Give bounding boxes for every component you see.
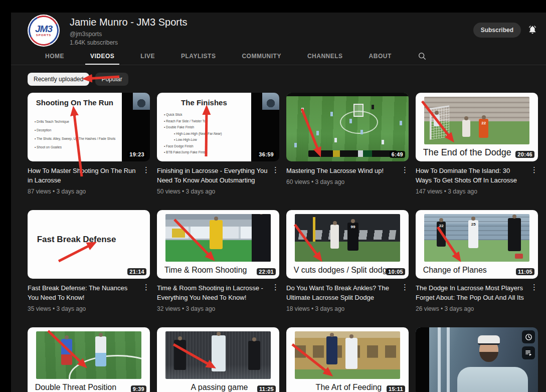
- video-thumbnail[interactable]: 6:49: [286, 93, 409, 161]
- video-cell: Fast Break Defense 21:14 Fast Break Defe…: [28, 210, 150, 312]
- video-thumbnail[interactable]: Time & Room Shooting 22:01: [157, 210, 279, 279]
- thumbnail-photo: [36, 331, 141, 379]
- logo-subtext: SPORTS: [36, 34, 52, 37]
- tab-community[interactable]: COMMUNITY: [229, 48, 294, 65]
- slide-bullets: • Drills Teach Technique• Deception• The…: [35, 120, 122, 149]
- thumbnail-caption: Double Threat Position: [35, 379, 145, 392]
- player-figure: [508, 218, 521, 251]
- video-thumbnail[interactable]: A passing game 11:25: [157, 327, 279, 392]
- chip-recently-uploaded[interactable]: Recently uploaded: [28, 73, 89, 86]
- video-meta: 18 views • 3 days ago: [286, 305, 409, 312]
- player-figure: [95, 336, 106, 366]
- video-meta: 147 views • 3 days ago: [416, 188, 538, 195]
- duration-badge: 22:01: [257, 268, 276, 275]
- tab-channels[interactable]: CHANNELS: [294, 48, 356, 65]
- duration-badge: 9:39: [131, 385, 146, 392]
- menu-icon[interactable]: ⋮: [401, 283, 409, 302]
- video-thumbnail[interactable]: The Art of Feeding 15:11: [286, 327, 409, 392]
- tab-playlists[interactable]: PLAYLISTS: [168, 48, 229, 65]
- slide-bullet: • Shoot on Goalies: [35, 145, 122, 149]
- scorebug: [308, 150, 397, 157]
- menu-icon[interactable]: ⋮: [272, 283, 279, 302]
- player-figure: 22: [479, 119, 488, 138]
- thumbnail-photo: [165, 331, 271, 379]
- ad-patch: [172, 229, 185, 238]
- thumbnail-photo: 99: [295, 214, 400, 262]
- menu-icon[interactable]: ⋮: [272, 166, 279, 185]
- tab-about[interactable]: ABOUT: [356, 48, 405, 65]
- thumbnail-photo: 22 25: [424, 214, 529, 262]
- channel-header: JM3 SPORTS Jamie Munro - JM3 Sports @jm3…: [11, 13, 546, 48]
- slide-bullet: • Drills Teach Technique: [35, 120, 122, 123]
- watch-later-icon[interactable]: [522, 330, 535, 343]
- video-title[interactable]: Mastering The Lacrosse Wind up!: [286, 166, 397, 175]
- duration-badge: 11:05: [516, 268, 534, 275]
- menu-icon[interactable]: ⋮: [530, 283, 538, 302]
- video-cell: 99 V cuts dodges / Split dodge 10:05 Do …: [286, 210, 409, 312]
- player-figure: 22: [437, 222, 446, 247]
- menu-icon[interactable]: ⋮: [401, 166, 409, 175]
- video-title[interactable]: The Dodge In Lacrosse Most Players Forge…: [416, 283, 526, 302]
- tab-home[interactable]: HOME: [32, 48, 77, 65]
- menu-icon[interactable]: ⋮: [530, 166, 538, 185]
- video-cell: 22 25 Change of Planes 11:05 The Dodge I…: [416, 210, 538, 312]
- video-thumbnail[interactable]: Shooting On The Run • Drills Teach Techn…: [28, 93, 150, 161]
- tab-live[interactable]: LIVE: [127, 48, 168, 65]
- chip-popular[interactable]: Popular: [95, 73, 128, 86]
- menu-icon[interactable]: ⋮: [142, 166, 150, 185]
- video-thumbnail[interactable]: The Finishes • Quick Stick• Reach Far Si…: [157, 93, 279, 161]
- video-title[interactable]: Do You Want To Break Ankles? The Ultimat…: [286, 283, 397, 302]
- video-cell: The Art of Feeding 15:11: [286, 327, 409, 392]
- slide-area: Shooting On The Run • Drills Teach Techn…: [28, 93, 122, 161]
- menu-icon[interactable]: ⋮: [142, 283, 150, 302]
- thumbnail-photo: 22: [424, 97, 529, 144]
- video-cell: The Finishes • Quick Stick• Reach Far Si…: [157, 93, 279, 195]
- duration-badge: 15:11: [387, 385, 405, 392]
- slide-bullet: • Double Fake Finish: [164, 125, 251, 129]
- video-cell: A passing game 11:25: [157, 327, 279, 392]
- thumbnail-photo: [295, 331, 400, 379]
- jersey-number: 99: [347, 225, 358, 229]
- webcam-inset: [262, 93, 279, 110]
- video-thumbnail[interactable]: Double Threat Position 9:39: [28, 327, 150, 392]
- slide-bullet: • Reach Far Side / Twister Toe: [164, 119, 251, 123]
- video-title[interactable]: Fast Break Defense: The Nuances You Need…: [28, 283, 138, 302]
- channel-avatar[interactable]: JM3 SPORTS: [28, 15, 60, 47]
- video-cell: [416, 327, 538, 392]
- tab-videos[interactable]: VIDEOS: [77, 48, 127, 65]
- video-thumbnail[interactable]: 22 25 Change of Planes 11:05: [416, 210, 538, 279]
- video-thumbnail[interactable]: [416, 327, 538, 392]
- video-cell: Double Threat Position 9:39: [28, 327, 150, 392]
- duration-badge: 36:59: [257, 151, 276, 158]
- slide-bullet: • BTB Fake/Jump Fake Finish: [164, 150, 251, 154]
- player-figures: [301, 108, 304, 112]
- video-thumbnail[interactable]: 99 V cuts dodges / Split dodge 10:05: [286, 210, 409, 279]
- slide-bullet: • Deception: [35, 128, 122, 132]
- duration-badge: 20:46: [515, 151, 534, 158]
- logo-text: JM3: [35, 25, 52, 34]
- video-title[interactable]: Finishing in Lacrosse - Everything You N…: [157, 166, 268, 185]
- video-thumbnail[interactable]: Fast Break Defense 21:14: [28, 210, 150, 279]
- video-thumbnail[interactable]: 22 The End of the Dodge 20:46: [416, 93, 538, 161]
- notification-bell-icon[interactable]: [527, 25, 538, 36]
- search-icon[interactable]: [418, 52, 427, 61]
- duration-badge: 10:05: [386, 268, 405, 275]
- video-title[interactable]: Time & Room Shooting in Lacrosse - Every…: [157, 283, 268, 302]
- backwards-cap: [478, 335, 500, 345]
- player-figure: [248, 341, 260, 370]
- thumbnail-photo: [165, 214, 271, 262]
- duration-badge: 19:23: [127, 151, 146, 158]
- duration-badge: 6:49: [390, 151, 405, 158]
- add-to-queue-icon[interactable]: [522, 346, 535, 359]
- equipment: [515, 254, 523, 259]
- duration-badge: 11:25: [257, 385, 276, 392]
- slide-headline: The Finishes: [157, 98, 251, 107]
- subscribed-button[interactable]: Subscribed: [473, 23, 521, 38]
- player-figure: [252, 214, 271, 262]
- jersey-number: 22: [437, 224, 446, 228]
- video-title[interactable]: How To Master Shooting On The Run in Lac…: [28, 166, 138, 185]
- player-figure: [174, 340, 186, 370]
- window-light: [438, 327, 452, 392]
- video-title[interactable]: How To Dominate The Island: 30 Ways To G…: [416, 166, 526, 185]
- video-grid: Shooting On The Run • Drills Teach Techn…: [28, 93, 546, 392]
